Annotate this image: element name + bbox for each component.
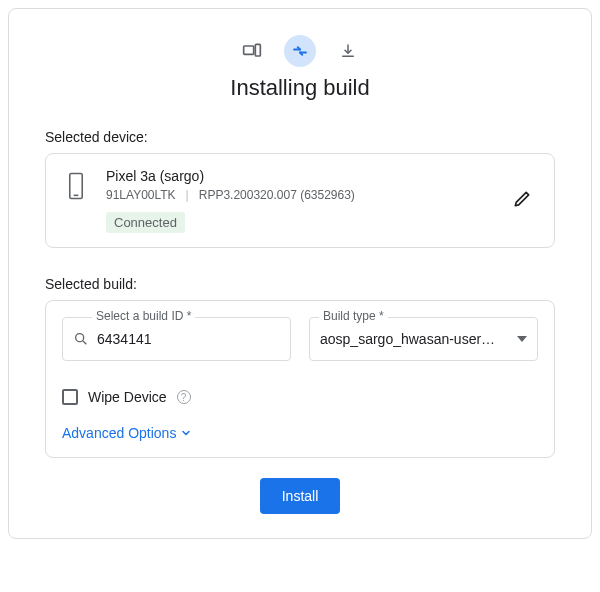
build-id-input[interactable] bbox=[97, 331, 280, 347]
build-type-label: Build type * bbox=[319, 309, 388, 323]
status-badge: Connected bbox=[106, 212, 185, 233]
advanced-options-toggle[interactable]: Advanced Options bbox=[62, 425, 192, 441]
selected-build-label: Selected build: bbox=[45, 276, 555, 292]
step-download-icon bbox=[332, 35, 364, 67]
page-title: Installing build bbox=[45, 75, 555, 101]
step-device-icon bbox=[236, 35, 268, 67]
advanced-options-label: Advanced Options bbox=[62, 425, 176, 441]
build-id-field[interactable]: Select a build ID * bbox=[62, 317, 291, 361]
chevron-down-icon bbox=[180, 427, 192, 439]
device-fingerprint: RPP3.200320.007 (6352963) bbox=[199, 188, 355, 202]
device-name: Pixel 3a (sargo) bbox=[106, 168, 486, 184]
chevron-down-icon bbox=[517, 336, 527, 342]
device-meta: 91LAY00LTK | RPP3.200320.007 (6352963) bbox=[106, 188, 486, 202]
build-card: Select a build ID * Build type * aosp_sa… bbox=[45, 300, 555, 458]
build-type-value: aosp_sargo_hwasan-user… bbox=[320, 331, 509, 347]
svg-rect-1 bbox=[255, 44, 260, 56]
help-icon[interactable]: ? bbox=[177, 390, 191, 404]
svg-line-5 bbox=[83, 341, 86, 344]
pencil-icon bbox=[512, 189, 532, 209]
selected-device-label: Selected device: bbox=[45, 129, 555, 145]
wipe-device-label: Wipe Device bbox=[88, 389, 167, 405]
install-button[interactable]: Install bbox=[260, 478, 341, 514]
build-id-label: Select a build ID * bbox=[92, 309, 195, 323]
phone-icon bbox=[66, 172, 86, 203]
build-type-field[interactable]: Build type * aosp_sargo_hwasan-user… bbox=[309, 317, 538, 361]
step-install-icon bbox=[284, 35, 316, 67]
device-serial: 91LAY00LTK bbox=[106, 188, 176, 202]
edit-device-button[interactable] bbox=[506, 183, 538, 218]
search-icon bbox=[73, 331, 89, 347]
device-info: Pixel 3a (sargo) 91LAY00LTK | RPP3.20032… bbox=[106, 168, 486, 233]
stepper bbox=[45, 35, 555, 67]
wipe-device-checkbox[interactable] bbox=[62, 389, 78, 405]
svg-rect-0 bbox=[244, 46, 254, 54]
wipe-device-row: Wipe Device ? bbox=[62, 389, 538, 405]
svg-point-4 bbox=[76, 334, 84, 342]
install-panel: Installing build Selected device: Pixel … bbox=[8, 8, 592, 539]
device-card: Pixel 3a (sargo) 91LAY00LTK | RPP3.20032… bbox=[45, 153, 555, 248]
